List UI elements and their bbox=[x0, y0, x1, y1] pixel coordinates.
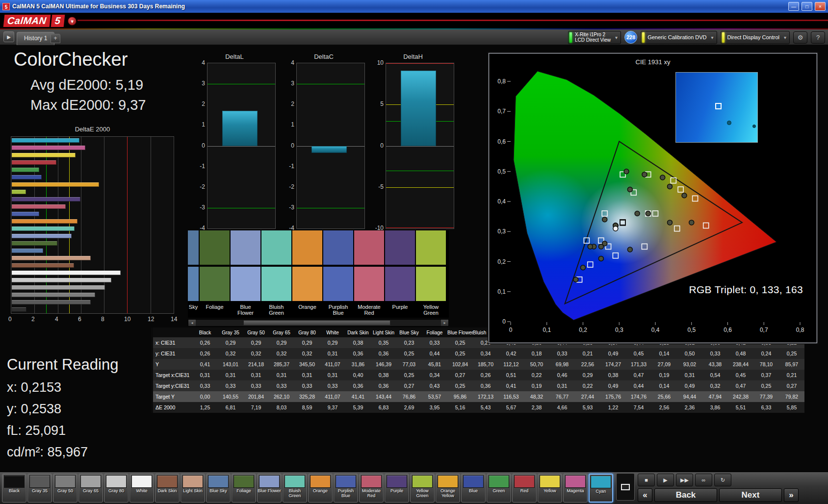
next-button[interactable]: Next bbox=[719, 488, 782, 502]
scrollbar-thumb[interactable] bbox=[243, 320, 390, 326]
meter-label: X-Rite i1Pro 2LCD Direct View bbox=[575, 32, 611, 43]
next-chevron-button[interactable]: » bbox=[784, 488, 799, 502]
add-tab-button[interactable]: + bbox=[51, 34, 60, 43]
table-cell: 0,31 bbox=[549, 383, 575, 389]
table-cell: 77,03 bbox=[396, 361, 422, 367]
scroll-right-button[interactable]: ▸ bbox=[441, 320, 448, 326]
table-cell: 262,10 bbox=[269, 394, 294, 400]
deltae2000-chart: DeltaE 2000 02468101214 bbox=[11, 126, 180, 331]
patch-button-label: Green bbox=[487, 489, 511, 494]
deltae-axis: 02468101214 bbox=[11, 316, 174, 325]
patch-color-chip bbox=[489, 475, 509, 488]
patch-color-chip bbox=[157, 475, 178, 488]
patch-color-chip bbox=[208, 475, 229, 488]
deltae-bar-black bbox=[12, 307, 26, 312]
table-cell: 0,26 bbox=[473, 372, 498, 378]
patch-button-blue-flower[interactable]: Blue Flower bbox=[257, 474, 282, 503]
refresh-button[interactable]: ↻ bbox=[714, 474, 731, 486]
play-button[interactable]: ▶ bbox=[657, 474, 674, 486]
tab-history-1[interactable]: History 1 bbox=[17, 32, 54, 45]
target-swatch bbox=[416, 267, 446, 301]
patch-button-blue[interactable]: Blue bbox=[461, 474, 486, 503]
patch-button-label: Gray 80 bbox=[104, 489, 128, 494]
patch-button-label: White bbox=[130, 489, 154, 494]
patch-button-dark-skin[interactable]: Dark Skin bbox=[155, 474, 180, 503]
patch-button-purplish-blue[interactable]: Purplish Blue bbox=[334, 474, 358, 503]
stop-button[interactable]: ■ bbox=[638, 474, 655, 486]
title-bar: 5 CalMAN 5 CalMAN Ultimate for Business … bbox=[0, 0, 828, 13]
patch-button-orange[interactable]: Orange bbox=[308, 474, 333, 503]
patch-color-chip bbox=[412, 475, 433, 488]
patch-button-yellow-green[interactable]: Yellow Green bbox=[410, 474, 435, 503]
patch-button-bluish-green[interactable]: Bluish Green bbox=[283, 474, 307, 503]
table-cell: 8,03 bbox=[269, 404, 294, 410]
column-header-gray-50: Gray 50 bbox=[243, 330, 269, 335]
panel-toggle-button[interactable]: ▶ bbox=[3, 31, 14, 42]
patch-button-magenta[interactable]: Magenta bbox=[563, 474, 588, 503]
axis-tick-label: 2 bbox=[192, 101, 205, 107]
source-dropdown[interactable]: Generic Calibration DVD ▾ bbox=[641, 31, 717, 44]
table-cell: 27,44 bbox=[575, 394, 600, 400]
row-label: x: CIE31 bbox=[153, 340, 192, 346]
table-cell: 2,69 bbox=[396, 404, 422, 410]
patch-button-orange-yellow[interactable]: Orange Yellow bbox=[436, 474, 460, 503]
cie-panel: 00,10,20,30,40,50,60,70,800,10,20,30,40,… bbox=[489, 53, 817, 343]
column-header-blue-flower: Blue Flower bbox=[447, 330, 473, 335]
patch-button-purple[interactable]: Purple bbox=[385, 474, 409, 503]
patch-button-foliage[interactable]: Foliage bbox=[232, 474, 256, 503]
deltae-bar-foliage bbox=[12, 241, 57, 246]
ref-line bbox=[386, 187, 454, 188]
window-title: CalMAN 5 CalMAN Ultimate for Business 30… bbox=[12, 3, 786, 10]
target-swatch bbox=[231, 267, 260, 301]
deltal-chart: DeltaL43210-1-2-3-4 bbox=[192, 53, 277, 240]
scroll-left-button[interactable]: ◂ bbox=[188, 320, 196, 326]
patch-button-gray-80[interactable]: Gray 80 bbox=[104, 474, 129, 503]
measured-marker-purplish-blue bbox=[581, 265, 586, 270]
table-cell: 47,94 bbox=[702, 394, 728, 400]
axis-tick-label: 3 bbox=[282, 80, 294, 87]
column-header-dark-skin: Dark Skin bbox=[345, 330, 371, 335]
back-chevron-button[interactable]: « bbox=[638, 488, 652, 502]
patch-button-cyan[interactable]: Cyan bbox=[589, 474, 613, 503]
deltae-bar-white bbox=[12, 271, 121, 275]
patch-button-gray-35[interactable]: Gray 35 bbox=[27, 474, 52, 503]
meter-dropdown[interactable]: X-Rite i1Pro 2LCD Direct View ▾ bbox=[568, 31, 621, 44]
pattern-window-button[interactable] bbox=[616, 473, 635, 501]
gear-icon[interactable]: ⚙ bbox=[793, 31, 807, 44]
table-cell: 0,33 bbox=[702, 351, 728, 356]
patch-button-black[interactable]: Black bbox=[2, 474, 26, 503]
minimize-button[interactable]: — bbox=[788, 2, 799, 11]
close-button[interactable]: × bbox=[815, 2, 826, 11]
patch-button-green[interactable]: Green bbox=[487, 474, 511, 503]
table-cell: 8,59 bbox=[294, 404, 320, 410]
help-icon[interactable]: ? bbox=[811, 31, 825, 44]
axis-tick-label: 6 bbox=[78, 316, 81, 323]
loop-button[interactable]: ∞ bbox=[695, 474, 712, 486]
patch-button-gray-50[interactable]: Gray 50 bbox=[53, 474, 78, 503]
advance-pattern-button[interactable]: ▶▶ bbox=[676, 474, 693, 486]
patch-button-red[interactable]: Red bbox=[512, 474, 537, 503]
table-cell: 0,36 bbox=[345, 351, 371, 356]
table-cell: 22,56 bbox=[575, 361, 600, 367]
patch-strip-scrollbar[interactable]: ◂ ▸ bbox=[188, 319, 449, 327]
target-swatch bbox=[354, 267, 384, 301]
main-menu-button[interactable]: ▼ bbox=[68, 17, 77, 25]
patch-button-yellow[interactable]: Yellow bbox=[538, 474, 562, 503]
patch-button-white[interactable]: White bbox=[129, 474, 154, 503]
maximize-button[interactable]: □ bbox=[802, 2, 812, 11]
measured-marker-blue-flower bbox=[598, 244, 603, 249]
table-cell: 0,27 bbox=[396, 383, 422, 389]
x-axis-label: 0 bbox=[509, 327, 513, 333]
reading-cdm2: cd/m²: 85,967 bbox=[7, 445, 149, 460]
patch-button-moderate-red[interactable]: Moderate Red bbox=[359, 474, 384, 503]
patch-button-light-skin[interactable]: Light Skin bbox=[181, 474, 205, 503]
x-axis-label: 0,3 bbox=[615, 327, 623, 333]
current-reading-panel: Current Reading x: 0,2153 y: 0,2538 fL: … bbox=[7, 356, 149, 460]
table-cell: 0,41 bbox=[192, 361, 218, 367]
display-control-dropdown[interactable]: Direct Display Control ▾ bbox=[721, 31, 790, 44]
measured-marker-dark-skin bbox=[646, 211, 650, 216]
patch-button-gray-65[interactable]: Gray 65 bbox=[78, 474, 103, 503]
back-button[interactable]: Back bbox=[654, 488, 717, 502]
patch-column-orange: Orange bbox=[292, 230, 322, 318]
patch-button-blue-sky[interactable]: Blue Sky bbox=[206, 474, 231, 503]
